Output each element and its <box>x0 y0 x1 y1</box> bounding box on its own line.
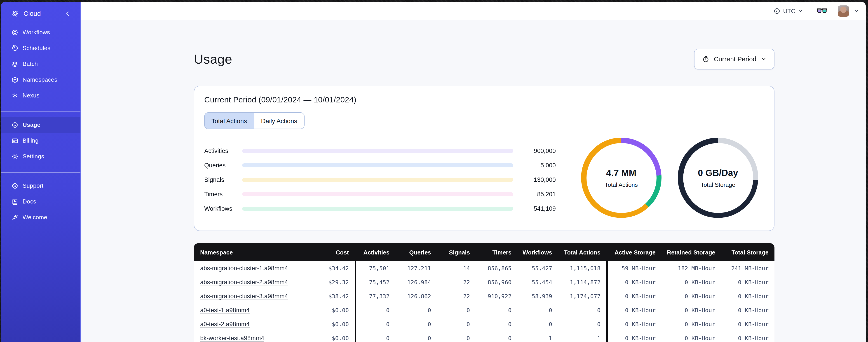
bar-row-queries: Queries 5,000 <box>203 158 556 172</box>
timers-cell: 0 <box>476 317 517 331</box>
retained-storage-cell: 0 KB-Hour <box>661 303 721 317</box>
workflows-cell: 1 <box>517 331 558 342</box>
timers-cell: 856,960 <box>476 275 517 289</box>
brand-label: Cloud <box>24 10 41 17</box>
workflows-cell: 55,427 <box>517 261 558 275</box>
namespace-link[interactable]: abs-migration-cluster-2.a98mm4 <box>200 279 288 285</box>
tab-daily-actions[interactable]: Daily Actions <box>254 113 304 129</box>
table-header-row: Namespace Cost Activities Queries Signal… <box>194 243 774 261</box>
avatar <box>838 5 849 16</box>
sidebar-item-workflows[interactable]: Workflows <box>1 24 81 40</box>
total-actions-cell: 1,115,018 <box>558 261 607 275</box>
column-header-namespace: Namespace <box>194 243 315 261</box>
table-row: a0-test-2.a98mm4 $0.00 0 0 0 0 0 0 0 KB-… <box>194 317 774 331</box>
total-actions-donut: 4.7 MM Total Actions <box>581 138 661 218</box>
column-header-retained-storage: Retained Storage <box>661 243 721 261</box>
table-row: abs-migration-cluster-2.a98mm4 $29.32 75… <box>194 275 774 289</box>
queries-cell: 0 <box>395 303 437 317</box>
usage-card-title: Current Period (09/01/2024 — 10/01/2024) <box>203 95 764 105</box>
retained-storage-cell: 182 MB-Hour <box>661 261 721 275</box>
sidebar-item-welcome[interactable]: Welcome <box>1 209 81 225</box>
welcome-icon <box>11 214 19 221</box>
timezone-label: UTC <box>783 7 795 14</box>
active-storage-cell: 0 KB-Hour <box>607 275 661 289</box>
activities-cell: 75,501 <box>355 261 395 275</box>
usage-icon <box>11 121 19 128</box>
sidebar-item-settings[interactable]: Settings <box>1 148 81 164</box>
collapse-sidebar-button[interactable] <box>65 10 70 16</box>
brand: Cloud <box>1 4 81 23</box>
tab-total-actions[interactable]: Total Actions <box>205 113 254 129</box>
namespace-link[interactable]: a0-test-1.a98mm4 <box>200 307 250 313</box>
namespace-link[interactable]: a0-test-2.a98mm4 <box>200 320 250 327</box>
sidebar-item-billing[interactable]: Billing <box>1 133 81 148</box>
namespace-link[interactable]: abs-migration-cluster-3.a98mm4 <box>200 293 288 299</box>
clock-icon <box>774 7 781 14</box>
column-header-active-storage: Active Storage <box>607 243 661 261</box>
total-actions-cell: 1,114,872 <box>558 275 607 289</box>
queries-cell: 0 <box>395 331 437 342</box>
sidebar-item-usage[interactable]: Usage <box>1 117 81 133</box>
chevron-down-icon <box>798 8 803 13</box>
signals-cell: 0 <box>437 317 476 331</box>
nexus-icon <box>11 92 19 99</box>
sidebar-nav-main: Workflows Schedules Batch Namespaces Nex… <box>1 24 81 103</box>
queries-cell: 127,211 <box>395 261 437 275</box>
actions-bar-chart: Activities 900,000 Queries 5,000 Signals <box>203 143 556 218</box>
bar-row-activities: Activities 900,000 <box>203 143 556 158</box>
bar-track <box>242 149 513 153</box>
actions-tabs: Total Actions Daily Actions <box>204 112 305 129</box>
sidebar-item-schedules[interactable]: Schedules <box>1 40 81 56</box>
column-header-timers: Timers <box>476 243 517 261</box>
sidebar-item-support[interactable]: Support <box>1 178 81 194</box>
namespace-usage-table: Namespace Cost Activities Queries Signal… <box>194 243 774 342</box>
signals-cell: 22 <box>437 275 476 289</box>
signals-cell: 14 <box>437 261 476 275</box>
bar-track <box>242 206 513 210</box>
signals-cell: 22 <box>437 289 476 303</box>
timezone-selector[interactable]: UTC <box>774 7 803 14</box>
total-storage-cell: 0 KB-Hour <box>721 317 774 331</box>
account-menu[interactable] <box>838 5 859 16</box>
period-selector-button[interactable]: Current Period <box>694 49 774 69</box>
sidebar-item-docs[interactable]: Docs <box>1 194 81 209</box>
period-selector-label: Current Period <box>714 56 756 63</box>
namespace-cell: abs-migration-cluster-2.a98mm4 <box>194 275 315 289</box>
timers-cell: 0 <box>476 331 517 342</box>
namespace-link[interactable]: abs-migration-cluster-1.a98mm4 <box>200 265 288 271</box>
donut-charts: 4.7 MM Total Actions 0 GB/Day Total Stor… <box>581 138 758 218</box>
total-storage-cell: 0 KB-Hour <box>721 331 774 342</box>
sidebar-nav-account: Usage Billing Settings <box>1 112 81 164</box>
workflows-cell: 0 <box>517 303 558 317</box>
namespace-cell: abs-migration-cluster-1.a98mm4 <box>194 261 315 275</box>
signals-cell: 0 <box>437 303 476 317</box>
bar-track <box>242 192 513 196</box>
total-storage-donut: 0 GB/Day Total Storage <box>678 138 758 218</box>
total-storage-cell: 0 KB-Hour <box>721 275 774 289</box>
total-actions-cell: 0 <box>558 303 607 317</box>
total-storage-cell: 0 KB-Hour <box>721 303 774 317</box>
content: Usage Current Period Current Period (09/… <box>81 20 866 342</box>
page-title: Usage <box>194 52 232 67</box>
donut-center: 0 GB/Day Total Storage <box>683 143 753 213</box>
support-icon <box>11 182 19 189</box>
screen: Cloud Workflows Schedules Batch Namespac… <box>0 0 868 342</box>
retained-storage-cell: 0 KB-Hour <box>661 275 721 289</box>
activities-cell: 0 <box>355 331 395 342</box>
workflows-cell: 0 <box>517 317 558 331</box>
temporal-logo-icon <box>11 9 20 18</box>
signals-cell: 0 <box>437 331 476 342</box>
column-header-cost: Cost <box>315 243 355 261</box>
timers-cell: 910,922 <box>476 289 517 303</box>
namespace-cell: bk-worker-test.a98mm4 <box>194 331 315 342</box>
sidebar-item-batch[interactable]: Batch <box>1 56 81 72</box>
total-storage-cell: 241 MB-Hour <box>721 261 774 275</box>
sidebar: Cloud Workflows Schedules Batch Namespac… <box>1 2 81 342</box>
sidebar-item-namespaces[interactable]: Namespaces <box>1 72 81 88</box>
bar-row-workflows: Workflows 541,109 <box>203 201 556 216</box>
glasses-button[interactable] <box>817 7 827 14</box>
sidebar-item-nexus[interactable]: Nexus <box>1 88 81 103</box>
active-storage-cell: 59 MB-Hour <box>607 261 661 275</box>
batch-icon <box>11 60 19 67</box>
namespace-link[interactable]: bk-worker-test.a98mm4 <box>200 335 264 341</box>
